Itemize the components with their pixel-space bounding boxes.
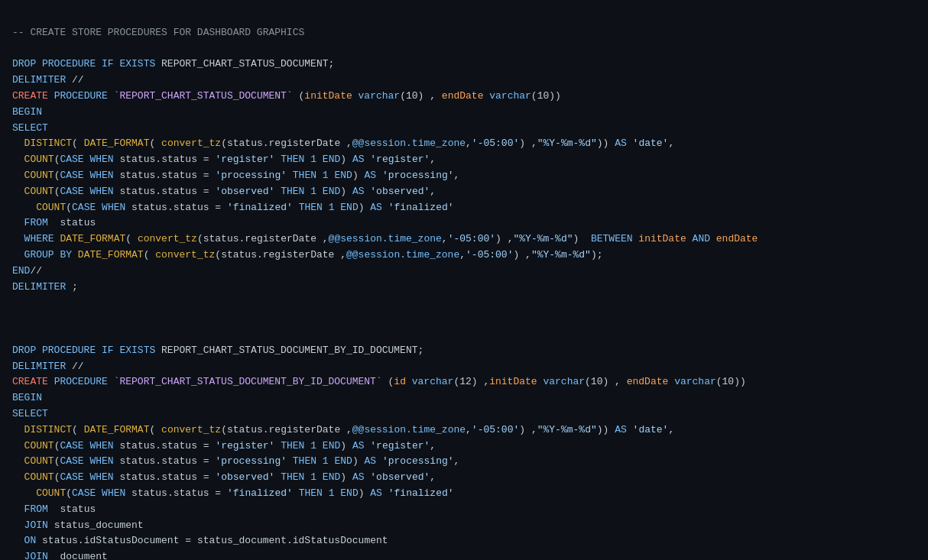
kw-create1: CREATE bbox=[12, 90, 48, 102]
comment-line: -- CREATE STORE PROCEDURES FOR DASHBOARD… bbox=[12, 27, 304, 38]
code-editor: -- CREATE STORE PROCEDURES FOR DASHBOARD… bbox=[0, 0, 928, 560]
kw-delimiter1: DELIMITER bbox=[12, 74, 66, 86]
kw-drop1: DROP PROCEDURE IF EXISTS bbox=[12, 58, 155, 70]
